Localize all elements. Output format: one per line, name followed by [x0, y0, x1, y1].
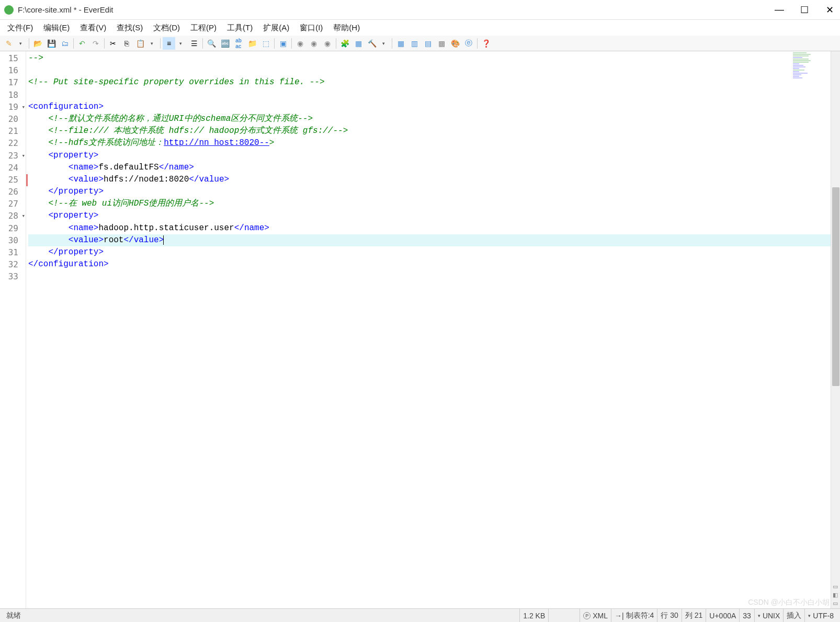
panel4-icon[interactable]: ▩ [435, 37, 448, 50]
line-number[interactable]: 24 [0, 162, 26, 174]
code-line[interactable]: </property> [28, 186, 840, 198]
paste-icon[interactable]: 📋 [134, 37, 146, 50]
vertical-scrollbar[interactable] [831, 51, 840, 608]
code-line[interactable]: <!-- Put site-specific property override… [28, 76, 840, 88]
minimize-button[interactable]: — [773, 4, 786, 16]
status-col[interactable]: 列 21 [682, 609, 706, 622]
line-number[interactable]: 33 [0, 270, 26, 282]
paste-dropdown-icon[interactable]: ▾ [145, 37, 158, 50]
code-line[interactable]: <!--默认文件系统的名称，通过URI中的schema区分不同文件系统--> [28, 113, 840, 125]
line-number[interactable]: 32 [0, 258, 26, 270]
line-number[interactable]: 20 [0, 113, 26, 125]
doc-icon[interactable]: ▦ [352, 37, 365, 50]
line-number[interactable]: 17 [0, 76, 26, 88]
undo-icon[interactable]: ↶ [76, 37, 88, 50]
menu-view[interactable]: 查看(V) [76, 22, 110, 34]
menu-help[interactable]: 帮助(H) [329, 22, 364, 34]
code-line[interactable]: <!--file:/// 本地文件系统 hdfs:// hadoop分布式文件系… [28, 125, 840, 137]
scrollbar-thumb[interactable] [832, 187, 839, 386]
line-number[interactable]: 30 [0, 234, 26, 246]
status-tab[interactable]: →|制表符:4 [611, 609, 657, 622]
menu-project[interactable]: 工程(P) [186, 22, 221, 34]
line-number[interactable]: 29 [0, 222, 26, 234]
colors-icon[interactable]: 🎨 [449, 37, 461, 50]
minimap[interactable]: ━━━━━━━━━━━━━ ━━━━━━━━━━━━━━━━━ ━━━━━━━━… [793, 52, 830, 89]
close-button[interactable]: ✕ [823, 4, 836, 16]
copy-icon[interactable]: ⎘ [120, 37, 133, 50]
save-all-icon[interactable]: 🗂 [59, 37, 71, 50]
save-icon[interactable]: 💾 [45, 37, 58, 50]
globe1-icon[interactable]: ◉ [294, 37, 307, 50]
open-file-icon[interactable]: 📂 [31, 37, 44, 50]
menu-window[interactable]: 窗口(I) [296, 22, 327, 34]
folder-icon[interactable]: 📁 [246, 37, 258, 50]
window-icon[interactable]: ▣ [277, 37, 289, 50]
code-line[interactable]: <property> [28, 150, 840, 162]
hammer-icon[interactable]: 🔨 [366, 37, 378, 50]
line-number[interactable]: 19 [0, 101, 26, 113]
hammer-dropdown-icon[interactable]: ▾ [377, 37, 390, 50]
line-number[interactable]: 25 [0, 174, 26, 186]
menu-search[interactable]: 查找(S) [112, 22, 147, 34]
code-line[interactable]: <!--hdfs文件系统访问地址：http://nn_host:8020--> [28, 137, 840, 149]
code-line[interactable] [28, 89, 840, 101]
replace-icon[interactable]: abac [232, 37, 245, 50]
menu-document[interactable]: 文档(D) [149, 22, 184, 34]
browser-icon[interactable]: ⓔ [462, 37, 475, 50]
status-lang[interactable]: PXML [580, 609, 611, 622]
code-editor[interactable]: --><!-- Put site-specific property overr… [26, 51, 840, 608]
plugin-icon[interactable]: 🧩 [338, 37, 351, 50]
new-file-icon[interactable]: ✎ [3, 37, 15, 50]
line-number[interactable]: 18 [0, 89, 26, 101]
menu-edit[interactable]: 编辑(E) [39, 22, 74, 34]
wrap-dropdown-icon[interactable]: ▾ [174, 37, 187, 50]
code-line[interactable]: </configuration> [28, 258, 840, 270]
line-number[interactable]: 26 [0, 186, 26, 198]
find-text-icon[interactable]: 🔤 [219, 37, 231, 50]
code-line[interactable]: </property> [28, 246, 840, 258]
code-line[interactable]: <configuration> [28, 101, 840, 113]
corner-up-icon[interactable]: ▭ [832, 583, 839, 591]
status-encoding[interactable]: ▾UTF-8 [804, 609, 837, 622]
code-line[interactable]: <value>hdfs://node1:8020</value> [28, 174, 840, 186]
status-mode[interactable]: 插入 [783, 609, 804, 622]
corner-down-icon[interactable]: ▭ [832, 600, 839, 607]
globe2-icon[interactable]: ◉ [308, 37, 320, 50]
split-icon[interactable]: ⬚ [259, 37, 272, 50]
line-number[interactable]: 28 [0, 210, 26, 222]
panel2-icon[interactable]: ▥ [408, 37, 421, 50]
code-line[interactable]: <name>hadoop.http.staticuser.user</name> [28, 222, 840, 234]
corner-mid-icon[interactable]: ◧ [832, 592, 839, 599]
status-line[interactable]: 行 30 [657, 609, 681, 622]
redo-icon[interactable]: ↷ [89, 37, 102, 50]
help-icon[interactable]: ❓ [480, 37, 492, 50]
menu-tools[interactable]: 工具(T) [223, 22, 257, 34]
line-number[interactable]: 31 [0, 246, 26, 258]
code-line[interactable] [28, 270, 840, 282]
menu-file[interactable]: 文件(F) [3, 22, 37, 34]
status-eol[interactable]: ▾UNIX [754, 609, 783, 622]
line-number[interactable]: 23 [0, 150, 26, 162]
line-number[interactable]: 16 [0, 64, 26, 76]
code-line[interactable]: <value>root</value> [28, 234, 840, 246]
code-line[interactable]: <property> [28, 210, 840, 222]
list-icon[interactable]: ☰ [188, 37, 200, 50]
line-number[interactable]: 21 [0, 125, 26, 137]
globe3-icon[interactable]: ◉ [321, 37, 334, 50]
maximize-button[interactable]: ☐ [798, 4, 811, 16]
wrap-icon[interactable]: ≡ [163, 37, 175, 50]
find-icon[interactable]: 🔍 [205, 37, 218, 50]
line-number-gutter[interactable]: 15161718192021222324252627282930313233 [0, 51, 26, 608]
line-number[interactable]: 15 [0, 52, 26, 64]
code-line[interactable]: <!--在 web ui访问HDFS使用的用户名--> [28, 198, 840, 210]
code-line[interactable] [28, 64, 840, 76]
panel3-icon[interactable]: ▤ [422, 37, 434, 50]
line-number[interactable]: 27 [0, 198, 26, 210]
new-dropdown-icon[interactable]: ▾ [14, 37, 27, 50]
cut-icon[interactable]: ✂ [107, 37, 119, 50]
line-number[interactable]: 22 [0, 137, 26, 149]
code-line[interactable]: <name>fs.defaultFS</name> [28, 162, 840, 174]
panel1-icon[interactable]: ▦ [394, 37, 407, 50]
menu-extensions[interactable]: 扩展(A) [259, 22, 293, 34]
code-line[interactable]: --> [28, 52, 840, 64]
